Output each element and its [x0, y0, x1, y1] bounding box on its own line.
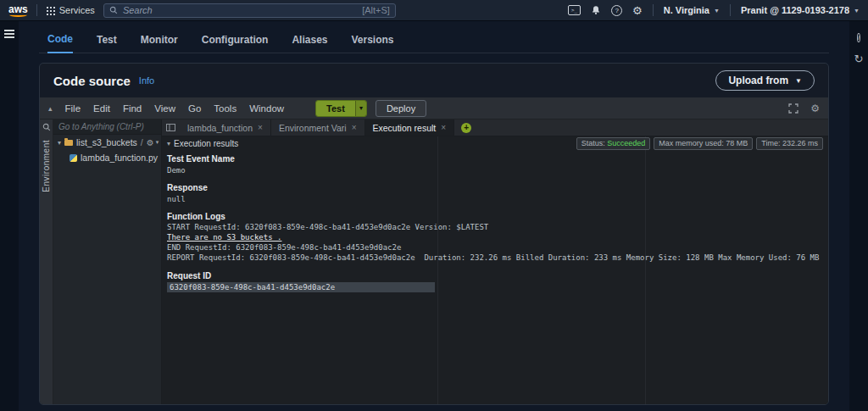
- close-icon[interactable]: ×: [258, 123, 263, 132]
- editor-menu-bar: ▴ File Edit Find View Go Tools Window Te…: [40, 97, 828, 119]
- goto-anything-input[interactable]: Go to Anything (Ctrl-P): [53, 119, 161, 135]
- menu-go[interactable]: Go: [188, 103, 201, 114]
- history-panel-button[interactable]: ↻: [854, 53, 864, 65]
- settings-button[interactable]: ⚙: [632, 4, 643, 17]
- editor-tab-label: Environment Vari: [279, 123, 347, 133]
- execution-results-header[interactable]: ▾ Execution results Status: Succeeded Ma…: [162, 136, 828, 151]
- divider: [36, 4, 37, 16]
- gear-icon: ⚙: [810, 103, 820, 114]
- services-menu[interactable]: Services: [46, 5, 95, 15]
- request-id-value[interactable]: 6320f083-859e-498c-ba41-d453e9d0ac2e: [167, 282, 435, 292]
- tab-code[interactable]: Code: [47, 33, 73, 53]
- bell-icon: [591, 5, 601, 15]
- account-menu[interactable]: Pranit @ 1129-0193-2178 ▼: [741, 5, 860, 15]
- left-rail: [0, 21, 19, 411]
- menu-icon[interactable]: [4, 30, 14, 38]
- deploy-button[interactable]: Deploy: [376, 100, 426, 117]
- notifications-button[interactable]: [591, 5, 601, 15]
- menu-view[interactable]: View: [154, 103, 175, 114]
- tab-versions[interactable]: Versions: [351, 34, 393, 53]
- request-id-label: Request ID: [167, 271, 823, 280]
- folder-name: list_s3_buckets: [76, 137, 137, 147]
- help-icon: ?: [611, 5, 622, 16]
- tree-folder-row[interactable]: ▾ list_s3_buckets / ⚙ ▾: [53, 135, 161, 150]
- global-search-input[interactable]: Search [Alt+S]: [103, 3, 396, 18]
- gear-icon: ⚙: [632, 4, 643, 17]
- run-button-group: Test ▾ Deploy: [315, 100, 426, 117]
- code-source-panel: Code source Info Upload from ▼ ▴ File Ed…: [39, 63, 829, 405]
- response-value: null: [167, 194, 823, 204]
- execution-results-title: Execution results: [174, 139, 238, 148]
- test-button-label: Test: [316, 101, 355, 116]
- divider: [730, 4, 731, 16]
- services-label: Services: [59, 5, 95, 15]
- cloudshell-button[interactable]: >_: [568, 5, 581, 15]
- tab-test[interactable]: Test: [97, 34, 117, 53]
- editor-settings-button[interactable]: ⚙: [810, 103, 820, 114]
- aws-lambda-console: aws Services Search [Alt+S] >_ ? ⚙ N. Vi…: [0, 0, 868, 411]
- close-icon[interactable]: ×: [352, 123, 357, 132]
- response-label: Response: [167, 183, 823, 192]
- info-panel-button[interactable]: i: [857, 30, 860, 42]
- aws-logo[interactable]: aws: [8, 3, 28, 17]
- results-pane: lambda_function × Environment Vari × Exe…: [162, 119, 828, 404]
- file-tree-panel: Go to Anything (Ctrl-P) ▾ list_s3_bucket…: [53, 119, 162, 404]
- region-label: N. Virginia: [664, 5, 709, 15]
- environment-tab[interactable]: Environment: [42, 140, 51, 192]
- cloud9-editor: ▴ File Edit Find View Go Tools Window Te…: [40, 97, 828, 404]
- folder-suffix: /: [141, 137, 143, 147]
- menu-tools[interactable]: Tools: [214, 103, 236, 114]
- close-icon[interactable]: ×: [441, 123, 446, 132]
- editor-tab-lambda-function[interactable]: lambda_function ×: [180, 119, 271, 136]
- tab-configuration[interactable]: Configuration: [202, 34, 269, 53]
- editor-menu-right: ⚙: [788, 103, 820, 114]
- help-button[interactable]: ?: [611, 5, 622, 16]
- divider: [653, 4, 654, 16]
- region-selector[interactable]: N. Virginia ▼: [664, 5, 720, 15]
- test-dropdown-icon[interactable]: ▾: [355, 101, 366, 116]
- log-line-output: There are no S3 buckets .: [167, 233, 823, 243]
- page-title: Code source: [53, 74, 131, 88]
- menu-edit[interactable]: Edit: [93, 103, 110, 114]
- tree-file-row[interactable]: lambda_function.py: [53, 150, 161, 165]
- new-tab-icon[interactable]: +: [461, 123, 471, 133]
- tab-monitor[interactable]: Monitor: [141, 34, 178, 53]
- function-logs-label: Function Logs: [167, 212, 823, 221]
- log-line-start: START RequestId: 6320f083-859e-498c-ba41…: [167, 223, 823, 233]
- split-pane-icon[interactable]: [162, 119, 180, 136]
- services-grid-icon: [46, 6, 55, 15]
- tab-aliases[interactable]: Aliases: [292, 34, 327, 53]
- caret-down-icon[interactable]: ▾: [58, 139, 61, 147]
- top-navigation-bar: aws Services Search [Alt+S] >_ ? ⚙ N. Vi…: [0, 0, 868, 21]
- fullscreen-icon: [788, 103, 798, 114]
- menu-find[interactable]: Find: [123, 103, 142, 114]
- history-icon: ↻: [854, 53, 864, 65]
- chevron-down-icon: ▼: [795, 77, 802, 85]
- editor-tab-label: Execution result: [373, 123, 437, 133]
- fullscreen-button[interactable]: [788, 103, 798, 114]
- file-name: lambda_function.py: [81, 153, 158, 163]
- caret-down-icon: ▾: [156, 139, 159, 146]
- upload-from-button[interactable]: Upload from ▼: [715, 70, 815, 91]
- editor-tab-environment-variables[interactable]: Environment Vari ×: [271, 119, 365, 136]
- menu-window[interactable]: Window: [249, 103, 284, 114]
- editor-tab-execution-result[interactable]: Execution result ×: [365, 119, 455, 136]
- gear-icon: ⚙: [147, 138, 154, 147]
- info-link[interactable]: Info: [139, 75, 154, 86]
- collapse-editor-icon[interactable]: ▴: [48, 104, 53, 113]
- status-value: Succeeded: [607, 139, 645, 147]
- search-icon[interactable]: [42, 123, 51, 131]
- right-rail: i ↻: [849, 21, 868, 411]
- search-shortcut: [Alt+S]: [362, 5, 390, 15]
- editor-body: Environment Go to Anything (Ctrl-P) ▾ li…: [40, 119, 828, 404]
- menu-file[interactable]: File: [65, 103, 81, 114]
- log-line-report: REPORT RequestId: 6320f083-859e-498c-ba4…: [167, 253, 823, 264]
- chevron-down-icon: ▼: [714, 8, 720, 14]
- test-button[interactable]: Test ▾: [315, 100, 367, 117]
- folder-icon: [64, 140, 73, 146]
- caret-down-icon[interactable]: ▾: [167, 140, 170, 147]
- result-badges: Status: Succeeded Max memory used: 78 MB…: [576, 137, 823, 150]
- tree-settings-button[interactable]: ⚙ ▾: [147, 138, 159, 147]
- editor-tab-bar: lambda_function × Environment Vari × Exe…: [162, 119, 828, 136]
- search-icon: [109, 6, 118, 14]
